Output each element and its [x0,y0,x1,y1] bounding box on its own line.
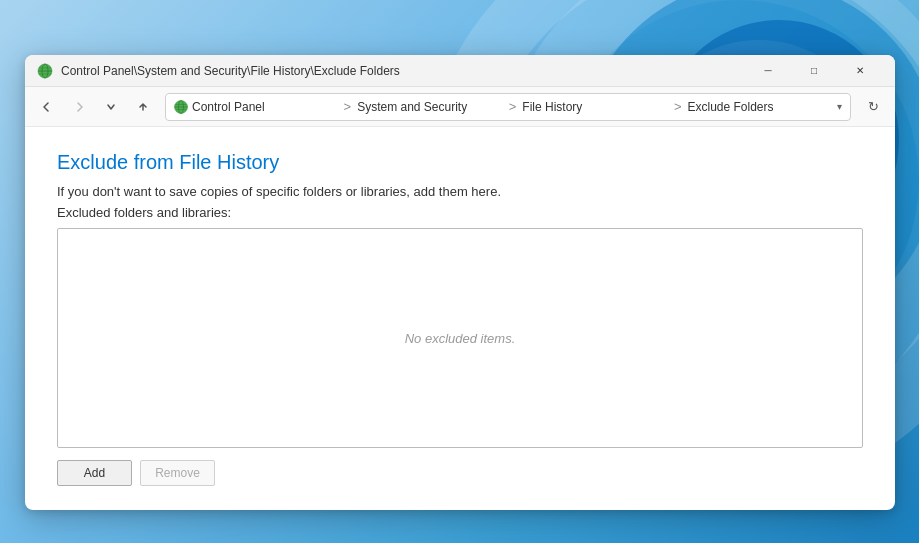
recent-locations-button[interactable] [97,93,125,121]
action-buttons: Add Remove [57,460,863,486]
excluded-folders-list[interactable]: No excluded items. [57,228,863,448]
remove-button[interactable]: Remove [140,460,215,486]
breadcrumb-part-4[interactable]: Exclude Folders [687,100,833,114]
titlebar-controls: ─ □ ✕ [745,55,883,87]
description-text: If you don't want to save copies of spec… [57,184,863,199]
title-bar: Control Panel\System and Security\File H… [25,55,895,87]
breadcrumb-sep-3: > [674,99,682,114]
explorer-window: Control Panel\System and Security\File H… [25,55,895,510]
up-button[interactable] [129,93,157,121]
titlebar-text: Control Panel\System and Security\File H… [61,64,745,78]
list-label: Excluded folders and libraries: [57,205,863,220]
nav-bar: Control Panel > System and Security > Fi… [25,87,895,127]
address-bar-dropdown-icon[interactable]: ▾ [837,101,842,112]
empty-list-text: No excluded items. [405,331,516,346]
breadcrumb-sep-2: > [509,99,517,114]
maximize-button[interactable]: □ [791,55,837,87]
page-title: Exclude from File History [57,151,863,174]
breadcrumb-part-2[interactable]: System and Security [357,100,503,114]
titlebar-icon [37,63,53,79]
add-button[interactable]: Add [57,460,132,486]
address-bar[interactable]: Control Panel > System and Security > Fi… [165,93,851,121]
refresh-button[interactable]: ↻ [859,93,887,121]
content-area: Exclude from File History If you don't w… [25,127,895,510]
breadcrumb-part-3[interactable]: File History [522,100,668,114]
minimize-button[interactable]: ─ [745,55,791,87]
breadcrumb-sep-1: > [344,99,352,114]
back-button[interactable] [33,93,61,121]
close-button[interactable]: ✕ [837,55,883,87]
address-bar-icon [174,100,188,114]
forward-button[interactable] [65,93,93,121]
breadcrumb-part-1[interactable]: Control Panel [192,100,338,114]
